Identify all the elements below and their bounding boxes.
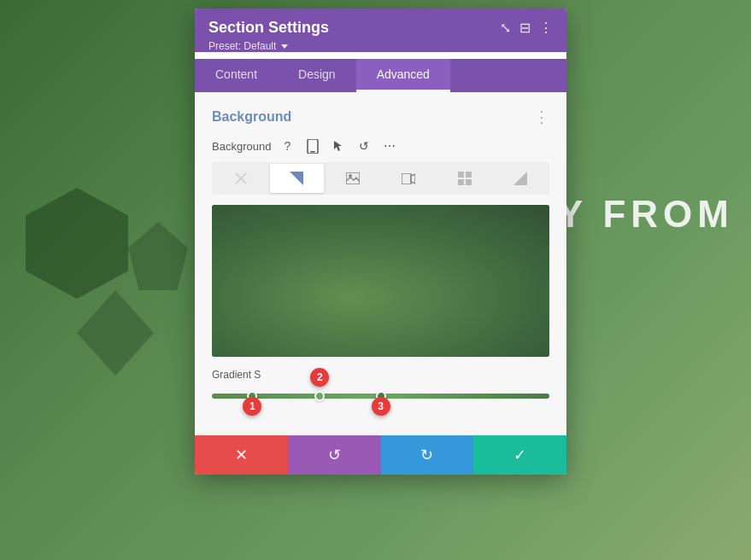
- bg-type-pattern[interactable]: [437, 164, 492, 193]
- svg-marker-2: [334, 141, 342, 151]
- section-title: Background: [212, 109, 291, 125]
- gradient-stop-dot-2[interactable]: [314, 391, 325, 401]
- confirm-icon: ✓: [513, 446, 526, 464]
- gradient-stop-circle-2[interactable]: 2: [310, 368, 329, 387]
- svg-rect-11: [466, 172, 472, 178]
- bg-type-mask[interactable]: [494, 164, 549, 193]
- bg-decor-polygon-1: [26, 188, 128, 299]
- svg-rect-10: [458, 172, 464, 178]
- tab-content[interactable]: Content: [195, 59, 278, 92]
- section-menu-icon[interactable]: ⋮: [534, 108, 549, 126]
- cancel-button[interactable]: ✕: [195, 435, 288, 475]
- modal-body: Background ⋮ Background ? ↺ ⋯: [195, 92, 566, 435]
- options-icon[interactable]: ⋯: [380, 137, 399, 155]
- columns-icon[interactable]: ⊟: [519, 20, 531, 36]
- expand-icon[interactable]: ⤡: [500, 20, 511, 36]
- bg-controls-row: Background ? ↺ ⋯: [212, 137, 549, 155]
- bg-type-color[interactable]: [270, 164, 325, 193]
- svg-rect-8: [402, 173, 411, 184]
- preset-arrow-icon: [281, 44, 288, 49]
- gradient-stops-label: Gradient S: [212, 369, 261, 381]
- bg-label: Background: [212, 140, 271, 153]
- gradient-stop-circle-1[interactable]: 1: [243, 397, 261, 416]
- bg-type-image[interactable]: [326, 164, 380, 193]
- svg-rect-12: [458, 179, 464, 185]
- gradient-stops-row: Gradient S: [212, 369, 549, 381]
- section-heading: Background ⋮: [212, 108, 549, 126]
- more-icon[interactable]: ⋮: [539, 20, 553, 36]
- tab-design[interactable]: Design: [278, 59, 356, 92]
- help-icon[interactable]: ?: [278, 137, 296, 155]
- gradient-preview-inner: [212, 205, 549, 357]
- tab-advanced[interactable]: Advanced: [356, 59, 450, 92]
- gradient-slider: 1 2 3: [212, 384, 549, 408]
- modal-title: Section Settings: [208, 19, 329, 37]
- preset-label[interactable]: Preset: Default: [208, 40, 553, 52]
- redo-button[interactable]: ↻: [381, 435, 474, 475]
- gradient-preview: [212, 205, 549, 357]
- bg-type-none[interactable]: [214, 164, 268, 193]
- bg-type-video[interactable]: [382, 164, 437, 193]
- redo-icon: ↻: [420, 446, 433, 464]
- svg-marker-14: [513, 172, 527, 185]
- bg-decor-polygon-2: [77, 290, 154, 376]
- modal-header: Section Settings ⤡ ⊟ ⋮ Preset: Default: [195, 9, 566, 52]
- reset-icon: ↺: [328, 446, 341, 464]
- section-settings-modal: Section Settings ⤡ ⊟ ⋮ Preset: Default C…: [195, 9, 566, 475]
- svg-rect-1: [310, 151, 315, 153]
- bg-decor-polygon-3: [128, 222, 188, 290]
- mobile-icon[interactable]: [303, 137, 322, 155]
- header-icons: ⤡ ⊟ ⋮: [500, 20, 553, 36]
- cursor-icon[interactable]: [329, 137, 348, 155]
- confirm-button[interactable]: ✓: [473, 435, 566, 475]
- svg-marker-5: [290, 172, 303, 185]
- reset-button[interactable]: ↺: [288, 435, 381, 475]
- tabs-bar: Content Design Advanced: [195, 59, 566, 92]
- reset-icon[interactable]: ↺: [355, 137, 373, 155]
- bg-type-row: [212, 162, 549, 195]
- gradient-stop-circle-3[interactable]: 3: [372, 397, 390, 416]
- svg-marker-9: [411, 174, 415, 184]
- cancel-icon: ✕: [235, 446, 248, 464]
- svg-rect-13: [466, 179, 472, 185]
- modal-footer: ✕ ↺ ↻ ✓: [195, 435, 566, 475]
